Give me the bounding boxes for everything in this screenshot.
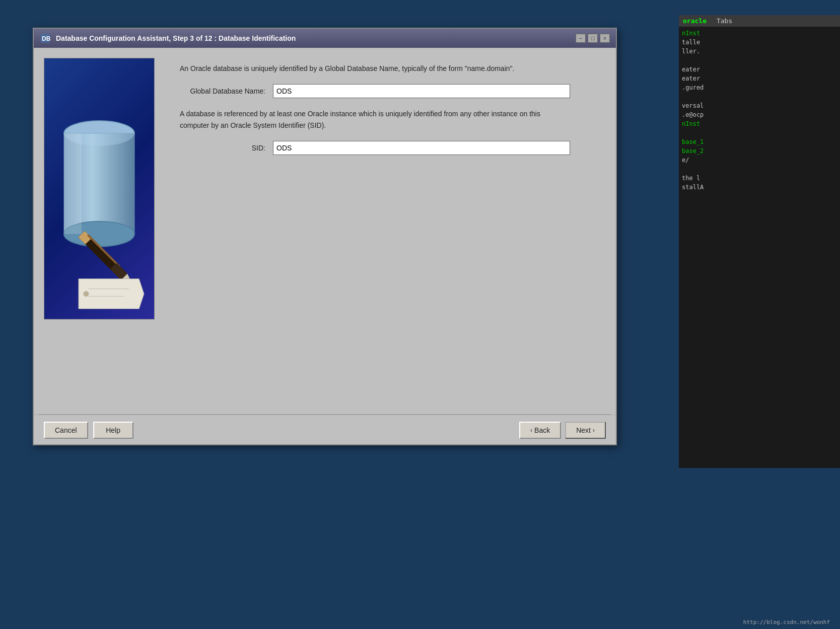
terminal-line: [682, 56, 837, 65]
terminal-line: eater: [682, 74, 837, 83]
right-panel: oracle Tabs nInst talle ller. eater eate…: [679, 15, 840, 468]
terminal-line: base_2: [682, 146, 837, 155]
minimize-button[interactable]: −: [576, 34, 586, 43]
global-db-name-label: Global Database Name:: [180, 87, 265, 95]
terminal-line: .gured: [682, 83, 837, 92]
sid-input[interactable]: [273, 141, 570, 155]
desktop: oracle Tabs nInst talle ller. eater eate…: [0, 0, 840, 629]
terminal-line: stallA: [682, 183, 837, 192]
dialog-window: DB Database Configuration Assistant, Ste…: [33, 28, 617, 445]
status-bar: http://blog.csdn.net/wonhf: [0, 615, 840, 629]
right-panel-content: nInst talle ller. eater eater .gured ver…: [679, 27, 840, 194]
status-url: http://blog.csdn.net/wonhf: [743, 619, 830, 625]
help-button[interactable]: Help: [93, 422, 133, 439]
terminal-line: ller.: [682, 47, 837, 56]
image-panel: [44, 58, 155, 320]
form-area: An Oracle database is uniquely identifie…: [170, 58, 606, 404]
sid-label: SID:: [180, 144, 265, 152]
dialog-footer: Cancel Help ‹ Back Next ›: [34, 415, 616, 445]
terminal-line: eater: [682, 65, 837, 74]
terminal-line: .e@ocp: [682, 110, 837, 119]
title-bar-buttons: − □ ×: [576, 34, 610, 43]
database-icon: DB: [40, 33, 51, 44]
back-arrow-icon: ‹: [530, 427, 532, 434]
global-db-name-row: Global Database Name:: [180, 84, 596, 98]
close-button[interactable]: ×: [600, 34, 610, 43]
right-panel-tab2[interactable]: Tabs: [717, 17, 732, 25]
svg-text:DB: DB: [42, 35, 51, 42]
terminal-line: [682, 165, 837, 174]
pen-illustration: [74, 208, 154, 309]
description-text-1: An Oracle database is uniquely identifie…: [180, 63, 563, 74]
next-button[interactable]: Next ›: [565, 422, 606, 439]
terminal-line: nInst: [682, 29, 837, 38]
title-bar: DB Database Configuration Assistant, Ste…: [34, 29, 616, 48]
terminal-line: nInst: [682, 119, 837, 128]
global-db-name-input[interactable]: [273, 84, 570, 98]
terminal-line: [682, 92, 837, 101]
terminal-line: base_1: [682, 137, 837, 146]
terminal-line: versal: [682, 101, 837, 110]
terminal-line: [682, 128, 837, 137]
terminal-line: e/: [682, 155, 837, 165]
footer-left-buttons: Cancel Help: [44, 422, 133, 439]
next-arrow-icon: ›: [593, 427, 595, 434]
terminal-line: the l: [682, 174, 837, 183]
back-button[interactable]: ‹ Back: [519, 422, 561, 439]
right-panel-header: oracle Tabs: [679, 15, 840, 27]
right-panel-tab1[interactable]: oracle: [683, 17, 707, 25]
footer-right-buttons: ‹ Back Next ›: [519, 422, 606, 439]
window-title: Database Configuration Assistant, Step 3…: [56, 34, 296, 42]
dialog-content: An Oracle database is uniquely identifie…: [34, 48, 616, 414]
cancel-button[interactable]: Cancel: [44, 422, 88, 439]
terminal-line: talle: [682, 38, 837, 47]
sid-row: SID:: [180, 141, 596, 155]
description-text-2: A database is referenced by at least one…: [180, 108, 563, 131]
title-bar-left: DB Database Configuration Assistant, Ste…: [40, 33, 296, 44]
svg-point-15: [84, 291, 89, 296]
restore-button[interactable]: □: [588, 34, 598, 43]
